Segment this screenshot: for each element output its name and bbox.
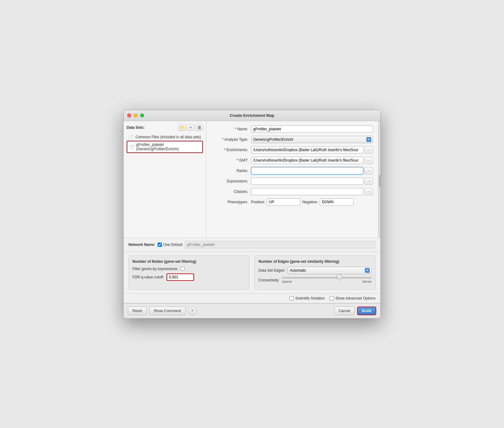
connectivity-slider[interactable] xyxy=(282,277,372,278)
connectivity-label: Connectivity: xyxy=(258,278,280,282)
delete-icon: 🗑 xyxy=(197,125,201,130)
classes-input[interactable] xyxy=(251,188,363,195)
name-row: * Name: xyxy=(211,125,373,133)
data-set-edges-label: Data Set Edges: xyxy=(258,268,285,273)
negative-input[interactable] xyxy=(320,198,353,206)
file-icon-gprofiler: 📄 xyxy=(129,144,134,149)
gmt-label: * GMT: xyxy=(211,158,248,162)
browse-icon-gmt: ··· xyxy=(367,158,370,162)
delete-dataset-button[interactable]: 🗑 xyxy=(196,124,203,131)
classes-row: Classes: ··· xyxy=(211,188,373,195)
gmt-input[interactable] xyxy=(251,157,363,164)
window-title: Create Enrichment Map xyxy=(230,113,274,118)
use-default-checkbox[interactable] xyxy=(158,243,162,247)
fdr-label: FDR q-value cutoff: xyxy=(132,275,164,279)
top-panels: Data Sets: 📁 + 🗑 xyxy=(124,121,378,238)
traffic-lights xyxy=(127,113,144,117)
nodes-filter-box: Number of Nodes (gene-set filtering) Fil… xyxy=(128,255,250,290)
folder-button[interactable]: 📁 xyxy=(178,124,186,131)
positive-label: Positive: xyxy=(251,200,265,204)
dataset-item-gprofiler[interactable]: 📄 gProfiler_platelet (Generic/gProfiler/… xyxy=(127,141,203,153)
connectivity-slider-container: sparse dense xyxy=(282,277,372,283)
analysis-type-select[interactable]: Generic/gProfiler/Enrichr xyxy=(251,136,373,143)
negative-label: Negative: xyxy=(302,200,318,204)
edges-title: Number of Edges (gene-set similarity fil… xyxy=(258,259,372,264)
folder-icon: 📁 xyxy=(180,125,185,130)
expressions-label: Expressions: xyxy=(211,179,248,183)
bottom-options: Scientific Notation Show Advanced Option… xyxy=(124,294,380,303)
help-button[interactable]: ? xyxy=(188,307,197,315)
dataset-item-common[interactable]: 📄 Common Files (included in all data set… xyxy=(127,133,203,141)
cancel-button[interactable]: Cancel xyxy=(334,307,355,315)
main-content: Data Sets: 📁 + 🗑 xyxy=(124,121,380,318)
add-icon: + xyxy=(189,125,192,130)
expressions-input[interactable] xyxy=(251,178,363,185)
dataset-label-common: Common Files (included in all data sets) xyxy=(136,135,201,139)
edges-filter-box: Number of Edges (gene-set similarity fil… xyxy=(254,255,376,290)
right-panel: * Name: * Analysis Type: Generic/gProfil… xyxy=(206,121,378,238)
enrichments-row: * Enrichments: ··· xyxy=(211,146,373,154)
browse-icon-expressions: ··· xyxy=(367,179,370,183)
dense-label: dense xyxy=(362,280,372,283)
show-command-button[interactable]: Show Command xyxy=(149,307,185,315)
enrichments-label: * Enrichments: xyxy=(211,148,248,152)
positive-input[interactable] xyxy=(267,198,300,206)
classes-label: Classes: xyxy=(211,189,248,194)
browse-icon-classes: ··· xyxy=(367,189,370,194)
network-name-input[interactable] xyxy=(185,241,376,248)
reset-button[interactable]: Reset xyxy=(128,307,147,315)
footer: Reset Show Command ? Cancel Build xyxy=(124,303,380,318)
show-advanced-option: Show Advanced Options xyxy=(330,296,376,300)
phenotypes-row: Phenotypes: Positive: Negative: xyxy=(211,198,373,206)
data-set-edges-select-wrapper: Automatic xyxy=(288,267,372,274)
ranks-label: Ranks: xyxy=(211,169,248,173)
enrichments-browse-button[interactable]: ··· xyxy=(365,146,373,154)
filter-genes-row: Filter genes by expressions: xyxy=(132,267,246,271)
sparse-label: sparse xyxy=(282,280,292,283)
name-input[interactable] xyxy=(251,125,373,133)
network-name-label: Network Name: xyxy=(128,243,155,247)
gmt-browse-button[interactable]: ··· xyxy=(365,157,373,164)
dataset-list: 📄 Common Files (included in all data set… xyxy=(127,133,203,153)
gmt-row: * GMT: ··· xyxy=(211,157,373,164)
help-icon: ? xyxy=(191,308,193,313)
maximize-button[interactable] xyxy=(140,113,144,117)
phenotype-group: Positive: Negative: xyxy=(251,198,353,206)
phenotypes-label: Phenotypes: xyxy=(211,200,248,204)
use-default-wrapper: Use Default xyxy=(158,243,182,247)
analysis-type-row: * Analysis Type: Generic/gProfiler/Enric… xyxy=(211,136,373,143)
enrichments-input[interactable] xyxy=(251,146,363,154)
ranks-browse-button[interactable]: ··· xyxy=(365,167,373,174)
minimize-button[interactable] xyxy=(134,113,138,117)
left-panel: Data Sets: 📁 + 🗑 xyxy=(124,121,206,238)
datasets-title: Data Sets: xyxy=(127,125,145,130)
scientific-notation-checkbox[interactable] xyxy=(289,296,294,300)
network-name-section: Network Name: Use Default xyxy=(124,238,380,252)
filter-genes-checkbox[interactable] xyxy=(181,267,185,271)
data-set-edges-select[interactable]: Automatic xyxy=(288,267,372,274)
show-advanced-label: Show Advanced Options xyxy=(335,296,376,300)
filter-section: Number of Nodes (gene-set filtering) Fil… xyxy=(124,252,380,294)
ranks-row: Ranks: ··· xyxy=(211,167,373,174)
classes-browse-button[interactable]: ··· xyxy=(365,188,373,195)
analysis-type-label: * Analysis Type: xyxy=(211,137,248,142)
scrollbar-thumb xyxy=(379,175,380,187)
slider-labels: sparse dense xyxy=(282,280,372,283)
analysis-type-select-wrapper: Generic/gProfiler/Enrichr xyxy=(251,136,373,143)
expressions-row: Expressions: ··· xyxy=(211,178,373,185)
build-button[interactable]: Build xyxy=(357,307,376,315)
fdr-input[interactable] xyxy=(166,273,194,281)
dataset-toolbar: 📁 + 🗑 xyxy=(178,124,203,131)
nodes-title: Number of Nodes (gene-set filtering) xyxy=(132,259,246,264)
add-dataset-button[interactable]: + xyxy=(187,124,194,131)
browse-icon-ranks: ··· xyxy=(367,169,370,173)
file-icon-common: 📄 xyxy=(128,135,134,139)
right-scrollbar[interactable] xyxy=(378,121,380,238)
close-button[interactable] xyxy=(127,113,131,117)
browse-icon-enrichments: ··· xyxy=(367,148,370,152)
fdr-row: FDR q-value cutoff: xyxy=(132,273,246,281)
show-advanced-checkbox[interactable] xyxy=(330,296,334,300)
ranks-input[interactable] xyxy=(251,167,363,174)
top-section: Data Sets: 📁 + 🗑 xyxy=(124,121,380,238)
expressions-browse-button[interactable]: ··· xyxy=(365,178,373,185)
